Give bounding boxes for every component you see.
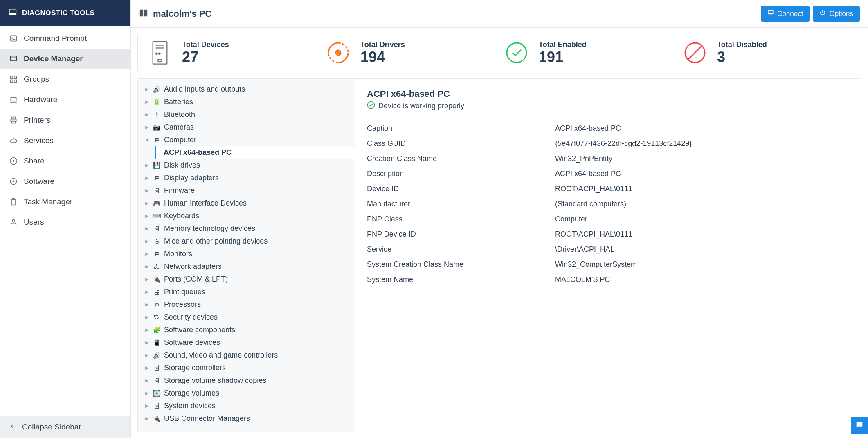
category-icon: 📷	[153, 124, 161, 131]
tree-item[interactable]: ▶ 🔌 Ports (COM & LPT)	[138, 273, 355, 286]
category-icon: 🖥	[153, 250, 161, 257]
category-icon: 🖥	[153, 174, 161, 181]
property-row: System Creation Class Name Win32_Compute…	[367, 257, 849, 272]
tree-item[interactable]: ▶ ᛒ Bluetooth	[138, 108, 355, 121]
svg-rect-8	[14, 80, 17, 83]
stat-card-total-devices: Total Devices 27	[147, 40, 317, 66]
category-icon: 🗄	[153, 402, 161, 409]
tree-item[interactable]: ▶ 🗄 Memory technology devices	[138, 222, 355, 235]
tree-item[interactable]: ▶ 🔋 Batteries	[138, 96, 355, 108]
category-icon: 🖱	[153, 238, 161, 245]
tree-item[interactable]: ▶ ⚙ Processors	[138, 298, 355, 311]
tree-item[interactable]: ▶ ⌨ Keyboards	[138, 210, 355, 222]
ban-icon	[682, 40, 708, 66]
category-icon: 🖥	[153, 136, 161, 143]
user-icon	[9, 218, 18, 227]
sidebar-item-device-manager[interactable]: Device Manager	[0, 49, 130, 69]
tree-item[interactable]: ▶ 📱 Software devices	[138, 336, 355, 349]
stat-text: Total Drivers 194	[360, 40, 405, 65]
tree-item[interactable]: ▼ 🖥 Computer	[138, 134, 355, 146]
sidebar-item-software[interactable]: Software	[0, 171, 130, 192]
collapse-sidebar-label: Collapse Sidebar	[22, 422, 81, 431]
tree-item[interactable]: ▶ 🔊 Audio inputs and outputs	[138, 83, 355, 96]
tree-item[interactable]: ▶ 🖥 Monitors	[138, 248, 355, 260]
options-button[interactable]: Options	[813, 6, 860, 22]
tower-icon	[147, 40, 173, 66]
svg-rect-1	[11, 36, 17, 41]
category-icon: 💾	[153, 162, 161, 169]
svg-point-14	[11, 179, 17, 185]
collapse-sidebar-button[interactable]: Collapse Sidebar	[0, 416, 130, 438]
tree-item-label: System devices	[164, 402, 216, 410]
tree-item[interactable]: ▶ 🖨 Print queues	[138, 286, 355, 298]
tree-item-label: Computer	[164, 136, 196, 144]
tree-item[interactable]: ▶ 🖥 Display adapters	[138, 172, 355, 184]
tree-item[interactable]: ▶ 🗄 System devices	[138, 400, 355, 412]
sidebar-item-share[interactable]: Share	[0, 151, 130, 171]
chevron-icon: ▶	[145, 264, 149, 269]
device-tree: ▶ 🔊 Audio inputs and outputs▶ 🔋 Batterie…	[138, 79, 355, 432]
svg-rect-5	[11, 76, 13, 79]
chevron-icon: ▶	[145, 302, 149, 307]
tree-item-label: Security devices	[164, 313, 218, 322]
sidebar-item-services[interactable]: Services	[0, 130, 130, 151]
laptop-icon	[9, 95, 18, 104]
cloud-icon	[9, 136, 18, 145]
svg-point-27	[156, 53, 157, 54]
chevron-icon: ▶	[145, 340, 149, 345]
tree-item-label: Display adapters	[164, 174, 219, 182]
tree-item-child[interactable]: ACPI x64-based PC	[155, 146, 355, 159]
chevron-icon: ▶	[145, 403, 149, 409]
detail-title: ACPI x64-based PC	[367, 89, 849, 99]
stat-value: 27	[182, 49, 229, 65]
tree-item-label: Storage volumes	[164, 389, 219, 398]
tree-item[interactable]: ▶ 🎮 Human Interface Devices	[138, 197, 355, 210]
clipboard-icon	[9, 197, 18, 206]
category-icon: 📱	[153, 339, 161, 346]
tree-item[interactable]: ▶ 📷 Cameras	[138, 121, 355, 134]
tree-item[interactable]: ▶ 💽 Storage volumes	[138, 387, 355, 400]
tree-item[interactable]: ▶ 🔊 Sound, video and game controllers	[138, 349, 355, 362]
windows-icon	[139, 9, 148, 19]
chevron-icon: ▶	[145, 327, 149, 333]
property-label: Service	[367, 245, 555, 254]
tree-item[interactable]: ▶ 🖧 Network adapters	[138, 260, 355, 273]
chevron-icon: ▶	[145, 125, 149, 130]
property-row: Class GUID {5e47f077-f436-22df-cgd2-1911…	[367, 136, 849, 151]
check-circle-icon	[367, 101, 375, 111]
sidebar-item-users[interactable]: Users	[0, 212, 130, 232]
tree-item[interactable]: ▶ 🔌 USB Connector Managers	[138, 412, 355, 425]
device-icon	[9, 54, 18, 63]
tree-item-label: Bluetooth	[164, 110, 195, 119]
tree-item[interactable]: ▶ 💾 Disk drives	[138, 159, 355, 172]
category-icon: ᛒ	[153, 111, 161, 118]
tree-item[interactable]: ▶ 🛡 Security devices	[138, 311, 355, 324]
connect-icon	[767, 9, 774, 18]
tree-item[interactable]: ▶ 🗄 Storage controllers	[138, 362, 355, 374]
sidebar: DIAGNOSTIC TOOLS Command Prompt Device M…	[0, 0, 131, 438]
connect-button[interactable]: Connect	[761, 6, 810, 22]
sidebar-item-hardware[interactable]: Hardware	[0, 89, 130, 110]
chat-icon	[855, 420, 864, 431]
tree-item-label: Batteries	[164, 98, 193, 106]
tree-item[interactable]: ▶ 🖱 Mice and other pointing devices	[138, 235, 355, 248]
chevron-icon: ▶	[145, 353, 149, 358]
stats-row: Total Devices 27 Total Drivers 194 Total…	[137, 34, 861, 72]
property-row: Manufacturer (Standard computers)	[367, 197, 849, 212]
chat-button[interactable]	[851, 417, 868, 434]
tree-item-label: Software devices	[164, 338, 220, 347]
sidebar-item-groups[interactable]: Groups	[0, 69, 130, 89]
category-icon: 🔌	[153, 415, 161, 422]
sidebar-item-label: Users	[24, 218, 44, 227]
property-value: ROOT\ACPI_HAL\0111	[555, 230, 849, 239]
sidebar-item-task-manager[interactable]: Task Manager	[0, 192, 130, 212]
tree-item[interactable]: ▶ 🗄 Firmware	[138, 184, 355, 197]
category-icon: 🧩	[153, 326, 161, 334]
tree-item[interactable]: ▶ 🧩 Software components	[138, 324, 355, 336]
property-label: Description	[367, 170, 555, 178]
sidebar-item-command-prompt[interactable]: Command Prompt	[0, 28, 130, 49]
category-icon: 🗄	[153, 187, 161, 194]
sidebar-item-printers[interactable]: Printers	[0, 110, 130, 130]
tree-child-label: ACPI x64-based PC	[164, 148, 232, 157]
tree-item[interactable]: ▶ 🗄 Storage volume shadow copies	[138, 374, 355, 387]
